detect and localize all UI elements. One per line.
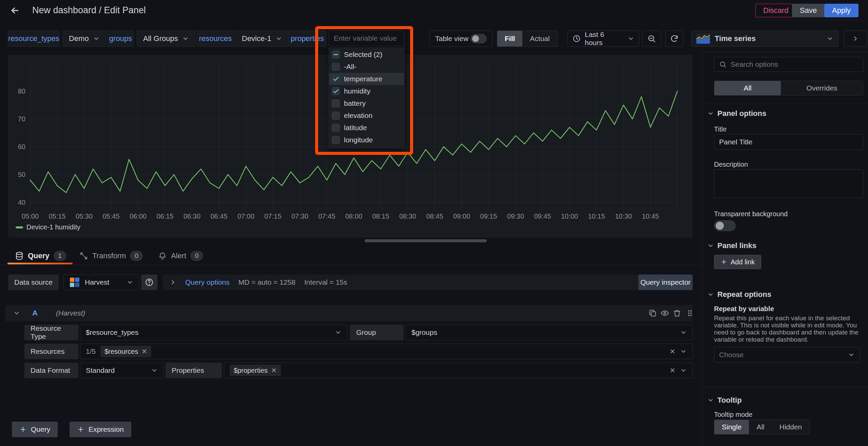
tooltip-mode-label: Tooltip mode	[714, 411, 752, 419]
unchecked-checkbox-icon[interactable]	[332, 124, 340, 132]
y-axis-tick: 80	[18, 87, 25, 95]
actual-option[interactable]: Actual	[522, 31, 557, 46]
group-select[interactable]: $groups	[406, 325, 693, 340]
query-row-header[interactable]: A (Harvest)	[5, 305, 693, 321]
tooltip-mode-all[interactable]: All	[749, 420, 772, 434]
dropdown-item[interactable]: -All-	[329, 61, 404, 73]
tab-all[interactable]: All	[714, 81, 781, 95]
tab-query[interactable]: Query 1	[15, 248, 66, 263]
clear-icon[interactable]: ✕	[670, 348, 675, 355]
indeterminate-checkbox-icon[interactable]	[332, 50, 340, 59]
dropdown-item[interactable]: elevation	[329, 109, 404, 122]
legend-series-label[interactable]: Device-1 humidity	[26, 223, 80, 231]
add-query-button[interactable]: Query	[12, 422, 58, 437]
datasource-picker[interactable]: Harvest	[63, 275, 139, 290]
query-inspector-button[interactable]: Query inspector	[638, 275, 693, 290]
dropdown-item[interactable]: humidity	[329, 85, 404, 97]
variable-value-resources[interactable]: Device-1	[235, 31, 289, 47]
tooltip-mode-hidden[interactable]: Hidden	[772, 420, 810, 434]
collapse-options-button[interactable]	[844, 31, 867, 47]
tooltip-mode-single[interactable]: Single	[714, 420, 749, 434]
chart-legend[interactable]: Device-1 humidity	[16, 223, 80, 231]
checked-checkbox-icon[interactable]	[332, 87, 340, 95]
x-axis-tick: 09:30	[507, 212, 524, 220]
hide-query-eye-icon[interactable]	[660, 309, 669, 318]
panel-title-input[interactable]: Panel Title	[714, 134, 863, 150]
variable-value-input[interactable]: Enter variable value	[329, 31, 404, 46]
repeat-variable-select[interactable]: Choose	[714, 347, 860, 363]
dropdown-item[interactable]: temperature	[329, 73, 404, 85]
apply-button[interactable]: Apply	[824, 4, 859, 17]
chevron-down-icon	[680, 348, 687, 355]
refresh-button[interactable]	[665, 31, 683, 47]
x-axis-tick: 09:45	[534, 212, 551, 220]
tooltip-header[interactable]: Tooltip	[707, 396, 742, 405]
duplicate-query-icon[interactable]	[648, 309, 657, 318]
remove-tag-icon[interactable]: ✕	[141, 348, 147, 355]
chevron-down-icon	[127, 279, 133, 286]
query-ref-id[interactable]: A	[32, 309, 38, 318]
unchecked-checkbox-icon[interactable]	[332, 99, 340, 107]
tab-alert[interactable]: Alert 0	[158, 248, 203, 263]
x-axis-tick: 08:15	[372, 212, 389, 220]
variable-value-groups[interactable]: All Groups	[137, 31, 195, 47]
zoom-out-button[interactable]	[642, 31, 661, 47]
properties-multiselect[interactable]: $properties ✕ ✕	[224, 363, 693, 378]
tab-transform[interactable]: Transform 0	[79, 248, 143, 263]
datasource-help-button[interactable]	[141, 275, 157, 290]
x-axis-tick: 05:30	[76, 212, 93, 220]
variable-label-properties: properties	[288, 31, 326, 47]
x-axis-tick: 10:45	[642, 212, 659, 220]
time-range-button[interactable]: Last 6 hours	[567, 31, 639, 47]
panel-description-textarea[interactable]	[714, 169, 863, 198]
grafana-edit-panel: New dashboard / Edit Panel Discard Save …	[0, 0, 868, 446]
x-axis-tick: 06:00	[130, 212, 147, 220]
datasource-logo-icon	[69, 277, 80, 288]
data-format-label: Data Format	[24, 363, 78, 378]
panel-options-header[interactable]: Panel options	[707, 109, 766, 118]
discard-button[interactable]: Discard	[755, 4, 796, 17]
dropdown-item-label: humidity	[344, 87, 370, 95]
panel-links-header[interactable]: Panel links	[707, 241, 756, 250]
resources-multiselect[interactable]: 1/5 $resources ✕ ✕	[80, 344, 693, 359]
y-axis-tick: 60	[18, 143, 25, 150]
drag-handle-icon[interactable]	[686, 309, 694, 318]
data-format-select[interactable]: Standard	[80, 363, 163, 378]
pane-resize-handle[interactable]	[365, 239, 487, 242]
options-search-input[interactable]: Search options	[714, 57, 863, 72]
add-link-button[interactable]: Add link	[714, 255, 761, 269]
chevron-right-icon[interactable]	[170, 279, 176, 286]
tab-overrides[interactable]: Overrides	[781, 81, 863, 95]
query-options-link[interactable]: Query options	[185, 278, 230, 286]
title-label: Title	[714, 125, 727, 133]
unchecked-checkbox-icon[interactable]	[332, 63, 340, 71]
dropdown-item[interactable]: longitude	[329, 134, 404, 146]
unchecked-checkbox-icon[interactable]	[332, 112, 340, 120]
back-arrow-icon[interactable]	[9, 5, 20, 16]
resource-type-select[interactable]: $resource_types	[80, 325, 347, 340]
chevron-down-icon[interactable]	[13, 310, 20, 317]
checked-checkbox-icon[interactable]	[332, 75, 340, 83]
query-count-badge: 1	[54, 251, 66, 261]
dropdown-item[interactable]: battery	[329, 97, 404, 109]
delete-query-trash-icon[interactable]	[673, 309, 681, 318]
viz-picker[interactable]: Time series	[691, 31, 838, 47]
x-axis-tick: 08:45	[426, 212, 443, 220]
add-expression-button[interactable]: Expression	[70, 422, 131, 437]
clear-icon[interactable]: ✕	[670, 367, 675, 374]
table-view-toggle[interactable]	[470, 34, 487, 43]
dropdown-item[interactable]: latitude	[329, 122, 404, 134]
x-axis-tick: 08:00	[345, 212, 362, 220]
unchecked-checkbox-icon[interactable]	[332, 136, 340, 144]
transparent-background-toggle[interactable]	[714, 220, 736, 231]
repeat-options-header[interactable]: Repeat options	[707, 290, 771, 299]
resource-type-label: Resource Type	[24, 325, 78, 340]
remove-tag-icon[interactable]: ✕	[271, 367, 277, 374]
chevron-down-icon	[182, 35, 189, 42]
fill-option[interactable]: Fill	[497, 31, 522, 46]
save-button[interactable]: Save	[792, 4, 825, 17]
variable-value-resource-types[interactable]: Demo	[62, 31, 106, 47]
dropdown-item[interactable]: Selected (2)	[329, 48, 404, 61]
resources-tag: $resources ✕	[100, 346, 151, 357]
y-axis-tick: 40	[18, 199, 25, 206]
